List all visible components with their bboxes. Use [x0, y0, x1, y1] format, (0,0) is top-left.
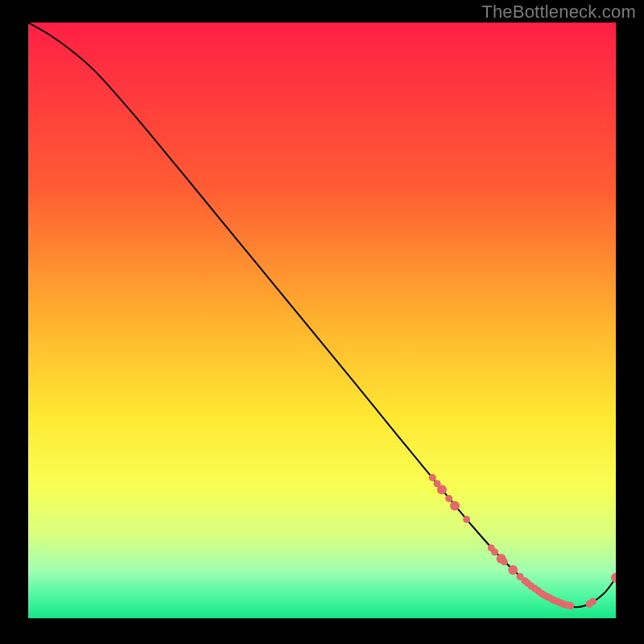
- highlight-dot: [463, 516, 470, 523]
- highlight-dot: [429, 474, 436, 481]
- highlight-dot: [445, 495, 452, 502]
- chart-frame: TheBottleneck.com: [0, 0, 644, 644]
- highlight-dot: [567, 602, 574, 609]
- highlight-dot: [589, 598, 597, 605]
- highlight-dot: [501, 558, 508, 565]
- highlight-dot: [437, 485, 447, 494]
- gradient-background: [28, 23, 616, 618]
- highlight-dot: [491, 548, 498, 555]
- plot-area: [28, 23, 616, 618]
- chart-svg: [28, 23, 616, 618]
- highlight-dot: [450, 501, 460, 510]
- watermark-text: TheBottleneck.com: [481, 2, 636, 23]
- highlight-dot: [508, 565, 518, 575]
